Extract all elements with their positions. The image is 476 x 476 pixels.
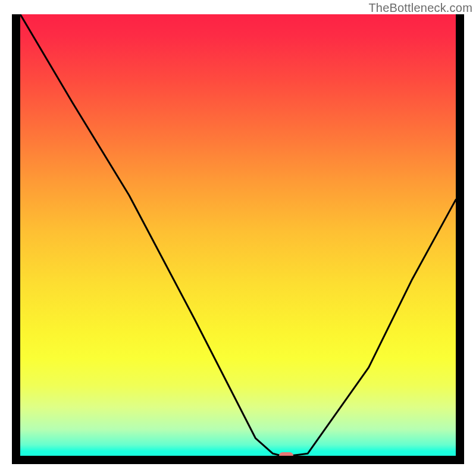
watermark-text: TheBottleneck.com — [368, 1, 472, 15]
chart-container: TheBottleneck.com — [0, 0, 476, 476]
plot-area — [20, 14, 456, 456]
line-curve — [20, 14, 456, 456]
optimum-marker — [279, 452, 293, 456]
chart-frame — [12, 14, 464, 464]
